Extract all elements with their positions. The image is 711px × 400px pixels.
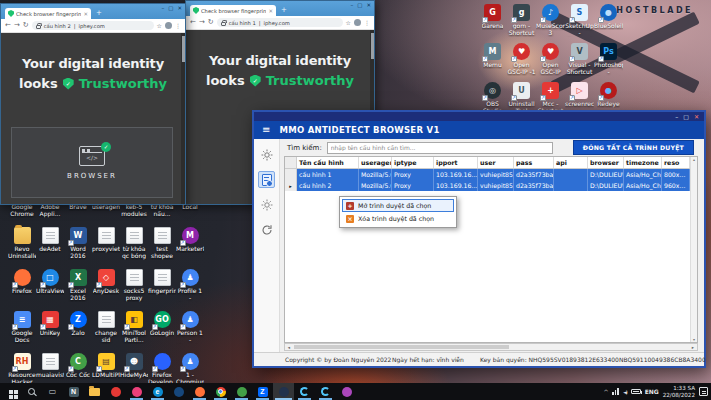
page-scrollbar[interactable]: [181, 33, 185, 204]
desktop-icon[interactable]: proxyvietpn: [92, 227, 120, 269]
window-controls[interactable]: – ▢ ✕: [350, 2, 371, 8]
desktop-icon[interactable]: ▦ UniKey: [36, 311, 64, 353]
desktop-icon[interactable]: ◇ AnyDesk: [92, 269, 120, 311]
desktop-icon[interactable]: S SketchUp - Shortcut: [565, 4, 594, 43]
desktop-icon[interactable]: V Visual - Shortcut: [565, 43, 594, 82]
network-signal-icon[interactable]: [612, 388, 619, 395]
taskbar-button[interactable]: [189, 383, 210, 400]
horizontal-scrollbar[interactable]: ◂ ▸: [284, 343, 698, 351]
column-header[interactable]: ipport: [434, 157, 478, 168]
browser-menu-icon[interactable]: ⋮: [364, 19, 370, 26]
sidebar-refresh-button[interactable]: [258, 221, 275, 238]
forward-button[interactable]: →: [14, 22, 20, 29]
desktop-icon[interactable]: g gom - Shortcut: [507, 4, 536, 43]
taskbar-button[interactable]: ▭: [42, 383, 63, 400]
column-header[interactable]: iptype: [392, 157, 434, 168]
scrollbar-thumb[interactable]: [294, 345, 509, 349]
minimize-button[interactable]: –: [675, 114, 678, 120]
taskbar-button[interactable]: [336, 383, 357, 400]
taskbar-button[interactable]: [21, 383, 42, 400]
browser-menu-icon[interactable]: ⋮: [175, 22, 181, 29]
sidebar-config-button[interactable]: [258, 196, 275, 213]
scroll-down-arrow[interactable]: ▾: [693, 337, 695, 342]
desktop-icon[interactable]: M Memu: [478, 43, 507, 82]
desktop-icon[interactable]: Ps Photoshop - Shortcut: [594, 43, 623, 82]
taskbar-button[interactable]: [105, 383, 126, 400]
column-header[interactable]: api: [554, 157, 588, 168]
window-controls[interactable]: – ▢ ✕: [161, 5, 182, 11]
desktop-icon[interactable]: Z Zalo: [64, 311, 92, 353]
desktop-icon[interactable]: ♟ Person 1 - Chromium: [176, 311, 204, 353]
taskbar-button[interactable]: [210, 383, 231, 400]
clock[interactable]: 1:33 SA 22/08/2022: [663, 385, 695, 399]
desktop-icon[interactable]: G Garena: [478, 4, 507, 43]
desktop-icon[interactable]: ≡ Google Docs: [8, 311, 36, 353]
forward-button[interactable]: →: [199, 19, 205, 26]
maximize-button[interactable]: ▢: [357, 2, 362, 8]
desktop-icon[interactable]: M Marketer8...: [176, 227, 204, 269]
action-center-icon[interactable]: [699, 387, 708, 396]
maximize-button[interactable]: ▢: [168, 5, 173, 11]
desktop-icon[interactable]: ♟ Profile 1 - Chromium: [176, 269, 204, 311]
taskbar-button[interactable]: Z: [252, 383, 273, 400]
volume-icon[interactable]: ◄): [623, 389, 627, 395]
taskbar-button[interactable]: [294, 383, 315, 400]
tab-close-icon[interactable]: ✕: [83, 11, 88, 17]
battery-icon[interactable]: [631, 389, 641, 394]
minimize-button[interactable]: –: [350, 2, 353, 8]
desktop-icon[interactable]: GO GoLogin: [148, 311, 176, 353]
desktop-icon[interactable]: ♥ Open GSC-IP -1: [507, 43, 536, 82]
taskbar-button[interactable]: [273, 383, 294, 400]
desktop-icon[interactable]: từ khóa qc bóng đá: [120, 227, 148, 269]
taskbar-button[interactable]: [0, 383, 21, 400]
close-button[interactable]: ✕: [694, 114, 699, 120]
desktop-icon[interactable]: X Excel 2016: [64, 269, 92, 311]
profile-avatar[interactable]: [354, 19, 361, 26]
table-row[interactable]: cấu hình 1 Mozilla/5.0 (... Proxy 103.16…: [285, 169, 690, 180]
desktop-icon[interactable]: ◧ MiniTool Parti...: [120, 311, 148, 353]
scroll-right-arrow[interactable]: ▸: [689, 345, 697, 350]
sidebar-profiles-button[interactable]: [258, 171, 275, 188]
minimize-button[interactable]: –: [161, 5, 164, 11]
desktop-icon[interactable]: Revo Uninstaller: [8, 227, 36, 269]
context-menu-item[interactable]: + Mở trình duyệt đã chọn: [342, 199, 454, 212]
address-bar[interactable]: cấu hình 1 | iphey.com: [217, 18, 343, 27]
taskbar-button[interactable]: N: [63, 383, 84, 400]
column-header[interactable]: pass: [514, 157, 554, 168]
vertical-scrollbar[interactable]: ▴ ▾: [690, 157, 697, 342]
sidebar-settings-button[interactable]: [258, 146, 275, 163]
desktop-icon[interactable]: socks5 proxy: [120, 269, 148, 311]
desktop-icon[interactable]: ● BlueSoleil: [594, 4, 623, 43]
scroll-up-arrow[interactable]: ▴: [693, 157, 695, 162]
desktop-icon[interactable]: fingerprint: [148, 269, 176, 311]
taskbar-button[interactable]: [126, 383, 147, 400]
hamburger-menu-icon[interactable]: ≡: [262, 125, 270, 135]
profile-avatar[interactable]: [165, 22, 172, 29]
tab-close-icon[interactable]: ✕: [268, 8, 273, 14]
column-header[interactable]: Tên cấu hình: [297, 157, 359, 168]
bookmark-star-icon[interactable]: ☆: [157, 22, 162, 29]
taskbar-button[interactable]: e: [147, 383, 168, 400]
desktop-icon[interactable]: deAdet: [36, 227, 64, 269]
desktop-icon[interactable]: ♪ MuseScore 3: [536, 4, 565, 43]
scroll-left-arrow[interactable]: ◂: [285, 345, 293, 350]
tray-expand-chevron[interactable]: ^: [603, 388, 608, 395]
context-menu-item[interactable]: × Xóa trình duyệt đã chọn: [342, 212, 454, 225]
back-button[interactable]: ←: [190, 19, 196, 26]
desktop-icon[interactable]: test shopee: [148, 227, 176, 269]
reload-button[interactable]: ↻: [208, 19, 214, 26]
browser-tab[interactable]: Check browser fingerprints ✕: [5, 8, 91, 19]
desktop-icon[interactable]: □ UltraViewer: [36, 269, 64, 311]
address-bar[interactable]: cấu hình 2 | iphey.com: [32, 21, 154, 30]
desktop-icon[interactable]: Firefox: [8, 269, 36, 311]
column-header[interactable]: user: [478, 157, 514, 168]
taskbar-button[interactable]: [168, 383, 189, 400]
browser-tab[interactable]: Check browser fingerprints ✕: [190, 5, 276, 16]
bookmark-star-icon[interactable]: ☆: [346, 19, 351, 26]
language-indicator[interactable]: ENG: [645, 388, 659, 395]
column-header[interactable]: timezone: [624, 157, 662, 168]
column-header[interactable]: useragent: [359, 157, 392, 168]
back-button[interactable]: ←: [5, 22, 11, 29]
close-button[interactable]: ✕: [177, 5, 182, 11]
taskbar-button[interactable]: [231, 383, 252, 400]
